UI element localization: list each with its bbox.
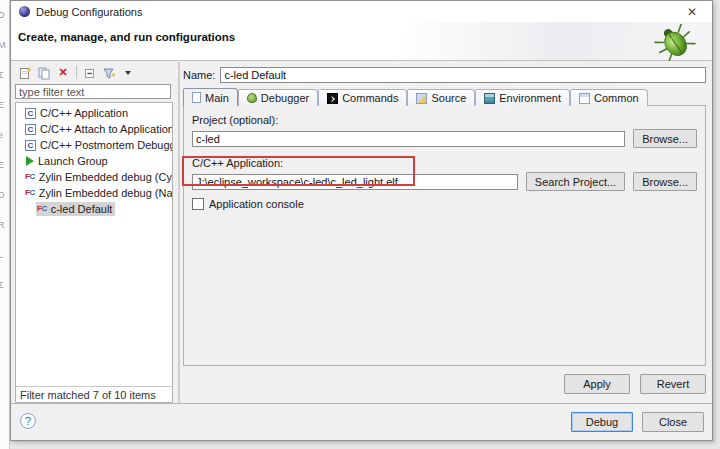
configurations-tree: C C/C++ Application C C/C++ Attach to Ap… — [15, 102, 173, 403]
environment-tab-icon — [484, 93, 495, 104]
application-console-checkbox[interactable] — [192, 198, 204, 210]
screen: DMΣEeEDRLΣ Debug Configurations ✕ Create… — [0, 0, 720, 449]
c-application-icon: C — [25, 124, 36, 135]
dialog-body: ✕ C C/C++ Application — [11, 62, 712, 403]
project-browse-button[interactable]: Browse... — [633, 129, 697, 148]
tree-item-zylin-cygwin[interactable]: FC Zylin Embedded debug (Cygwin) — [16, 169, 172, 185]
zylin-icon: FC — [25, 172, 35, 182]
project-input[interactable] — [192, 131, 625, 147]
dialog-header-banner: Create, manage, and run configurations — [11, 22, 712, 61]
debug-button[interactable]: Debug — [571, 412, 633, 432]
delete-configuration-icon[interactable]: ✕ — [55, 65, 71, 80]
close-icon[interactable]: ✕ — [684, 4, 700, 20]
application-console-label: Application console — [209, 198, 304, 210]
tab-source[interactable]: Source — [407, 89, 475, 106]
cpp-application-input[interactable] — [192, 174, 518, 190]
tree-item-cpp-attach[interactable]: C C/C++ Attach to Application — [16, 121, 172, 137]
zylin-icon: FC — [25, 188, 35, 198]
project-label: Project (optional): — [192, 114, 697, 126]
application-console-row[interactable]: Application console — [192, 198, 697, 210]
help-icon[interactable]: ? — [20, 413, 36, 429]
title-bar[interactable]: Debug Configurations ✕ — [11, 1, 712, 22]
debug-bug-icon — [652, 24, 698, 61]
collapse-all-icon[interactable] — [82, 65, 98, 80]
application-browse-button[interactable]: Browse... — [633, 172, 697, 191]
apply-button[interactable]: Apply — [564, 374, 630, 394]
tree-item-launch-group[interactable]: Launch Group — [16, 153, 172, 169]
main-tab-icon — [192, 92, 201, 103]
tree-item-zylin-native[interactable]: FC Zylin Embedded debug (Native) — [16, 185, 172, 201]
configuration-tabs: Main Debugger Commands Source — [183, 88, 648, 106]
common-tab-icon — [579, 93, 590, 104]
duplicate-configuration-icon[interactable] — [36, 65, 52, 80]
tab-environment[interactable]: Environment — [475, 89, 570, 106]
configuration-detail-panel: Name: Main Debugger Commands — [181, 62, 708, 403]
background-window-edge: DMΣEeEDRLΣ — [0, 0, 10, 449]
panel-sash[interactable] — [178, 62, 180, 403]
commands-tab-icon — [327, 93, 338, 104]
cpp-application-label: C/C++ Application: — [192, 157, 697, 169]
filter-status-text: Filter matched 7 of 10 items — [16, 386, 172, 402]
background-window-text: DMΣEeEDRLΣ — [0, 0, 5, 300]
tab-debugger[interactable]: Debugger — [238, 89, 318, 106]
dialog-subtitle: Create, manage, and run configurations — [11, 22, 712, 43]
toolbar-separator — [76, 66, 77, 79]
tree-item-cpp-application[interactable]: C C/C++ Application — [16, 105, 172, 121]
configurations-panel: ✕ C C/C++ Application — [15, 64, 176, 403]
name-label: Name: — [183, 69, 215, 81]
dialog-footer: ? Debug Close — [11, 403, 712, 440]
tree-item-cpp-postmortem[interactable]: C C/C++ Postmortem Debugger — [16, 137, 172, 153]
tree-item-cled-default-selected[interactable]: FC c-led Default — [16, 201, 172, 217]
close-button[interactable]: Close — [642, 412, 704, 432]
main-tab-content: Project (optional): Browse... C/C++ Appl… — [183, 105, 706, 366]
filter-configurations-icon[interactable] — [101, 65, 117, 80]
eclipse-sphere-icon — [19, 6, 30, 17]
tab-common[interactable]: Common — [570, 89, 648, 106]
c-application-icon: C — [25, 140, 36, 151]
search-project-button[interactable]: Search Project... — [526, 172, 625, 191]
selected-highlight: FC c-led Default — [36, 202, 115, 216]
filter-input[interactable] — [15, 84, 171, 99]
name-input[interactable] — [220, 67, 706, 83]
toolbar-menu-dropdown-icon[interactable] — [120, 65, 136, 80]
tab-commands[interactable]: Commands — [318, 89, 407, 106]
c-application-icon: C — [25, 108, 36, 119]
tab-main[interactable]: Main — [183, 88, 238, 106]
debug-configurations-dialog: Debug Configurations ✕ Create, manage, a… — [10, 0, 713, 441]
window-title: Debug Configurations — [36, 6, 142, 18]
revert-button[interactable]: Revert — [640, 374, 706, 394]
new-configuration-icon[interactable] — [17, 65, 33, 80]
launch-group-icon — [26, 156, 34, 166]
source-tab-icon — [416, 93, 427, 104]
configurations-toolbar: ✕ — [15, 64, 176, 81]
zylin-icon: FC — [37, 204, 47, 214]
debugger-tab-icon — [247, 93, 257, 103]
